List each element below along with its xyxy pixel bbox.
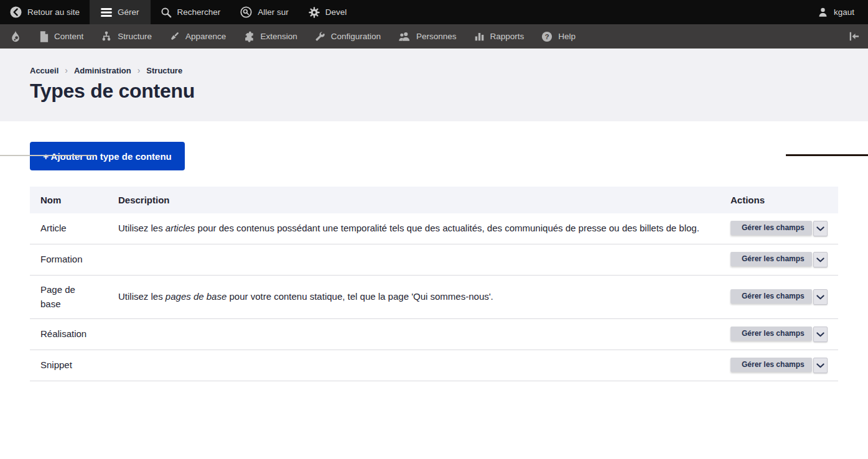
- description-text: pour des contenus possédant une temporal…: [195, 223, 699, 233]
- page-title: Types de contenu: [30, 80, 838, 103]
- two-persons-icon: [398, 31, 411, 42]
- menu-item-extension[interactable]: Extension: [235, 24, 306, 49]
- back-to-site-label: Retour au site: [27, 7, 80, 17]
- tab-search-label: Rechercher: [177, 7, 221, 17]
- dropbutton-toggle[interactable]: [813, 252, 828, 267]
- tab-devel[interactable]: Devel: [299, 0, 357, 24]
- dropbutton-toggle[interactable]: [813, 358, 828, 373]
- manage-fields-button[interactable]: Gérer les champs: [730, 252, 812, 266]
- description-text: pour votre contenu statique, tel que la …: [226, 291, 493, 302]
- tab-devel-label: Devel: [325, 7, 347, 17]
- chevron-down-icon: [816, 332, 824, 337]
- menu-item-configuration-label: Configuration: [331, 32, 381, 41]
- topbar-spacer: [357, 0, 808, 24]
- breadcrumb-separator: ›: [138, 65, 141, 75]
- content-types-table: Nom Description Actions Article Utilisez…: [30, 187, 838, 381]
- paintbrush-icon: [169, 31, 180, 42]
- back-circle-icon: [10, 6, 22, 18]
- row-actions: Gérer les champs: [720, 319, 838, 350]
- dropbutton: Gérer les champs: [730, 221, 828, 236]
- menu-item-people[interactable]: Personnes: [390, 24, 465, 49]
- menu-item-content-label: Content: [54, 32, 83, 41]
- manage-fields-button[interactable]: Gérer les champs: [730, 221, 812, 235]
- menu-item-appearance[interactable]: Apparence: [161, 24, 235, 49]
- row-actions: Gérer les champs: [720, 276, 838, 319]
- table-row: Page de base Utilisez les pages de base …: [30, 276, 838, 319]
- column-header-nom: Nom: [30, 187, 108, 213]
- table-row: Formation Gérer les champs: [30, 244, 838, 276]
- add-content-type-button[interactable]: + Ajouter un type de contenu: [30, 142, 185, 170]
- manage-fields-button[interactable]: Gérer les champs: [730, 327, 812, 341]
- stray-line-left: [0, 155, 95, 156]
- row-name: Page de base: [30, 276, 108, 319]
- drupal-droplet-icon: [11, 30, 21, 43]
- menu-item-extension-label: Extension: [260, 32, 297, 41]
- menu-item-structure[interactable]: Structure: [92, 24, 161, 49]
- row-actions: Gérer les champs: [720, 350, 838, 381]
- collapse-toolbar-button[interactable]: [839, 24, 868, 49]
- menu-item-appearance-label: Apparence: [185, 32, 226, 41]
- table-row: Réalisation Gérer les champs: [30, 319, 838, 350]
- row-name: Snippet: [30, 350, 108, 381]
- question-circle-icon: ?: [541, 31, 553, 42]
- table-header-row: Nom Description Actions: [30, 187, 838, 213]
- dropbutton: Gérer les champs: [730, 358, 828, 373]
- menu-item-configuration[interactable]: Configuration: [306, 24, 390, 49]
- breadcrumb-structure[interactable]: Structure: [146, 66, 182, 75]
- column-header-actions: Actions: [720, 187, 838, 213]
- description-italic: pages de base: [166, 291, 226, 302]
- table-row: Article Utilisez les articles pour des c…: [30, 213, 838, 244]
- chevron-down-icon: [816, 226, 824, 231]
- svg-text:?: ?: [545, 32, 549, 40]
- puzzle-piece-icon: [243, 31, 254, 42]
- dropbutton-toggle[interactable]: [813, 289, 828, 305]
- chevron-down-icon: [816, 295, 824, 300]
- tab-search[interactable]: Rechercher: [151, 0, 231, 24]
- breadcrumb-administration[interactable]: Administration: [74, 66, 131, 75]
- dropbutton-toggle[interactable]: [813, 327, 828, 342]
- description-text: Utilisez les: [118, 291, 166, 302]
- page-header: Accueil › Administration › Structure Typ…: [0, 49, 868, 121]
- menu-item-content[interactable]: Content: [31, 24, 92, 49]
- search-icon: [161, 7, 172, 18]
- row-name: Réalisation: [30, 319, 108, 350]
- drupal-home-button[interactable]: [0, 24, 31, 49]
- breadcrumb-home[interactable]: Accueil: [30, 66, 58, 75]
- menu-item-help[interactable]: ? Help: [533, 24, 584, 49]
- user-name-label: kgaut: [834, 7, 854, 17]
- admin-toolbar: Retour au site Gérer Rechercher Aller su…: [0, 0, 868, 24]
- row-name: Article: [30, 213, 108, 244]
- menu-item-people-label: Personnes: [416, 32, 457, 41]
- tab-goto-label: Aller sur: [258, 7, 289, 17]
- stray-line-right: [786, 154, 868, 156]
- user-menu[interactable]: kgaut: [808, 0, 868, 24]
- dropbutton-toggle[interactable]: [813, 221, 828, 236]
- breadcrumb: Accueil › Administration › Structure: [30, 49, 838, 75]
- sitemap-icon: [101, 31, 112, 42]
- row-name: Formation: [30, 244, 108, 276]
- row-description: Utilisez les articles pour des contenus …: [108, 213, 720, 244]
- admin-menu-bar: Content Structure Apparence Extension Co…: [0, 24, 868, 49]
- tab-manage-label: Gérer: [118, 7, 139, 17]
- row-actions: Gérer les champs: [720, 213, 838, 244]
- row-actions: Gérer les champs: [720, 244, 838, 276]
- dropbutton: Gérer les champs: [730, 252, 828, 267]
- collapse-left-arrow-icon: [848, 32, 859, 41]
- description-text: Utilisez les: [118, 223, 166, 233]
- dropbutton: Gérer les champs: [730, 289, 828, 305]
- gear-icon: [309, 7, 320, 18]
- menu-item-reports[interactable]: Rapports: [465, 24, 533, 49]
- row-description: [108, 350, 720, 381]
- manage-fields-button[interactable]: Gérer les champs: [730, 289, 812, 304]
- menubar-spacer: [584, 24, 839, 49]
- chevron-down-icon: [816, 257, 824, 262]
- menu-item-structure-label: Structure: [118, 32, 152, 41]
- description-italic: articles: [166, 223, 195, 233]
- table-row: Snippet Gérer les champs: [30, 350, 838, 381]
- tab-manage[interactable]: Gérer: [90, 0, 151, 24]
- back-to-site-link[interactable]: Retour au site: [0, 0, 90, 24]
- manage-fields-button[interactable]: Gérer les champs: [730, 358, 812, 372]
- circled-magnifier-icon: [240, 6, 252, 18]
- tab-goto[interactable]: Aller sur: [230, 0, 299, 24]
- column-header-description: Description: [108, 187, 720, 213]
